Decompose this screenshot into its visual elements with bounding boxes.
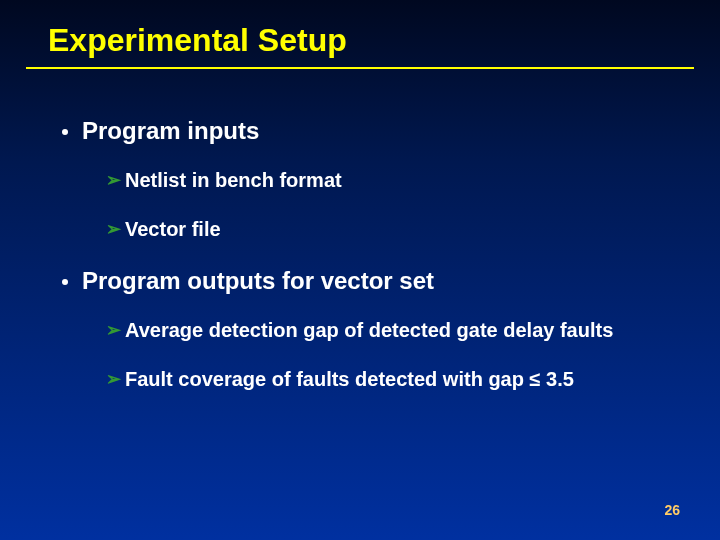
level2-text: Fault coverage of faults detected with g… [125,366,574,393]
disc-bullet-icon [62,279,68,285]
bullet-level2: ➢ Average detection gap of detected gate… [106,317,698,344]
level2-text: Netlist in bench format [125,167,342,194]
slide-title: Experimental Setup [0,0,720,67]
level1-text: Program outputs for vector set [82,267,434,295]
level1-text: Program inputs [82,117,259,145]
slide-content: Program inputs ➢ Netlist in bench format… [0,69,720,393]
arrow-bullet-icon: ➢ [106,217,121,241]
bullet-level2: ➢ Fault coverage of faults detected with… [106,366,698,393]
bullet-level2: ➢ Vector file [106,216,698,243]
level2-text: Vector file [125,216,221,243]
arrow-bullet-icon: ➢ [106,168,121,192]
arrow-bullet-icon: ➢ [106,367,121,391]
sublist: ➢ Average detection gap of detected gate… [62,317,698,393]
arrow-bullet-icon: ➢ [106,318,121,342]
bullet-level1: Program outputs for vector set [62,267,698,295]
level2-text: Average detection gap of detected gate d… [125,317,613,344]
bullet-level2: ➢ Netlist in bench format [106,167,698,194]
sublist: ➢ Netlist in bench format ➢ Vector file [62,167,698,243]
page-number: 26 [664,502,680,518]
disc-bullet-icon [62,129,68,135]
bullet-level1: Program inputs [62,117,698,145]
